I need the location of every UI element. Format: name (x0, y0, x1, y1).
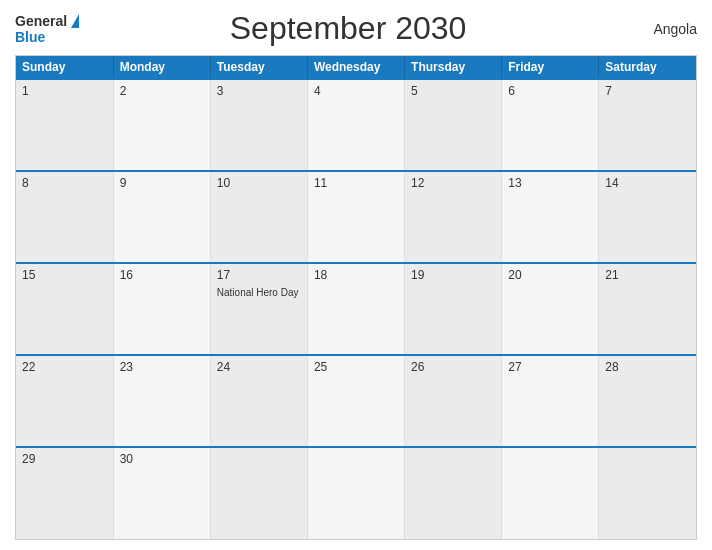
calendar-grid: Sunday Monday Tuesday Wednesday Thursday… (15, 55, 697, 540)
day-number: 26 (411, 360, 495, 374)
day-cell-w2-d3: 10 (210, 171, 307, 263)
day-cell-w1-d6: 6 (502, 79, 599, 171)
day-cell-w5-d3 (210, 447, 307, 539)
day-cell-w3-d2: 16 (113, 263, 210, 355)
day-cell-w5-d2: 30 (113, 447, 210, 539)
day-number: 22 (22, 360, 107, 374)
day-cell-w5-d7 (599, 447, 696, 539)
day-number: 9 (120, 176, 204, 190)
day-cell-w1-d7: 7 (599, 79, 696, 171)
header: General Blue September 2030 Angola (15, 10, 697, 47)
day-number: 18 (314, 268, 398, 282)
header-friday: Friday (502, 56, 599, 79)
day-number: 19 (411, 268, 495, 282)
day-number: 14 (605, 176, 690, 190)
week-row-1: 1234567 (16, 79, 696, 171)
day-number: 28 (605, 360, 690, 374)
day-cell-w4-d1: 22 (16, 355, 113, 447)
week-row-2: 891011121314 (16, 171, 696, 263)
week-row-3: 151617National Hero Day18192021 (16, 263, 696, 355)
day-number: 10 (217, 176, 301, 190)
day-number: 5 (411, 84, 495, 98)
day-number: 29 (22, 452, 107, 466)
day-cell-w4-d2: 23 (113, 355, 210, 447)
day-number: 27 (508, 360, 592, 374)
day-cell-w4-d5: 26 (405, 355, 502, 447)
day-number: 3 (217, 84, 301, 98)
day-number: 25 (314, 360, 398, 374)
header-sunday: Sunday (16, 56, 113, 79)
day-cell-w2-d6: 13 (502, 171, 599, 263)
day-number: 8 (22, 176, 107, 190)
logo-blue-text: Blue (15, 29, 45, 45)
day-cell-w1-d1: 1 (16, 79, 113, 171)
day-cell-w2-d1: 8 (16, 171, 113, 263)
day-cell-w5-d5 (405, 447, 502, 539)
calendar-title: September 2030 (79, 10, 617, 47)
day-number: 4 (314, 84, 398, 98)
day-number: 30 (120, 452, 204, 466)
header-thursday: Thursday (405, 56, 502, 79)
header-tuesday: Tuesday (210, 56, 307, 79)
day-number: 20 (508, 268, 592, 282)
day-cell-w3-d1: 15 (16, 263, 113, 355)
header-saturday: Saturday (599, 56, 696, 79)
day-header-row: Sunday Monday Tuesday Wednesday Thursday… (16, 56, 696, 79)
day-cell-w1-d2: 2 (113, 79, 210, 171)
week-row-4: 22232425262728 (16, 355, 696, 447)
day-cell-w4-d4: 25 (307, 355, 404, 447)
calendar-page: General Blue September 2030 Angola Sunda… (0, 0, 712, 550)
week-row-5: 2930 (16, 447, 696, 539)
logo: General Blue (15, 13, 79, 45)
day-cell-w3-d5: 19 (405, 263, 502, 355)
holiday-label: National Hero Day (217, 287, 299, 298)
day-number: 6 (508, 84, 592, 98)
day-cell-w5-d4 (307, 447, 404, 539)
day-number: 11 (314, 176, 398, 190)
day-cell-w5-d1: 29 (16, 447, 113, 539)
day-cell-w2-d5: 12 (405, 171, 502, 263)
day-cell-w3-d6: 20 (502, 263, 599, 355)
day-cell-w2-d4: 11 (307, 171, 404, 263)
day-number: 13 (508, 176, 592, 190)
logo-general-text: General (15, 13, 67, 29)
day-cell-w4-d6: 27 (502, 355, 599, 447)
day-cell-w2-d2: 9 (113, 171, 210, 263)
day-cell-w3-d7: 21 (599, 263, 696, 355)
day-number: 21 (605, 268, 690, 282)
day-number: 7 (605, 84, 690, 98)
day-number: 15 (22, 268, 107, 282)
logo-triangle-icon (71, 14, 79, 28)
day-cell-w1-d5: 5 (405, 79, 502, 171)
day-number: 16 (120, 268, 204, 282)
day-number: 1 (22, 84, 107, 98)
day-cell-w3-d4: 18 (307, 263, 404, 355)
day-cell-w4-d3: 24 (210, 355, 307, 447)
day-cell-w2-d7: 14 (599, 171, 696, 263)
day-cell-w5-d6 (502, 447, 599, 539)
day-cell-w4-d7: 28 (599, 355, 696, 447)
day-number: 2 (120, 84, 204, 98)
header-wednesday: Wednesday (307, 56, 404, 79)
country-label: Angola (617, 21, 697, 37)
day-number: 23 (120, 360, 204, 374)
header-monday: Monday (113, 56, 210, 79)
day-number: 17 (217, 268, 301, 282)
day-number: 24 (217, 360, 301, 374)
day-number: 12 (411, 176, 495, 190)
day-cell-w1-d4: 4 (307, 79, 404, 171)
day-cell-w1-d3: 3 (210, 79, 307, 171)
day-cell-w3-d3: 17National Hero Day (210, 263, 307, 355)
